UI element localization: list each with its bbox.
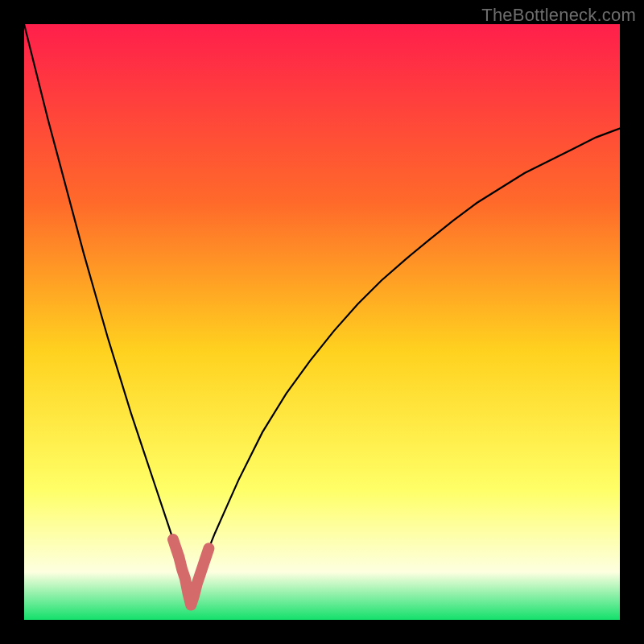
- bottleneck-chart: [24, 24, 620, 620]
- chart-background-gradient: [24, 24, 620, 620]
- watermark-text: TheBottleneck.com: [481, 5, 636, 26]
- chart-frame: [24, 24, 620, 620]
